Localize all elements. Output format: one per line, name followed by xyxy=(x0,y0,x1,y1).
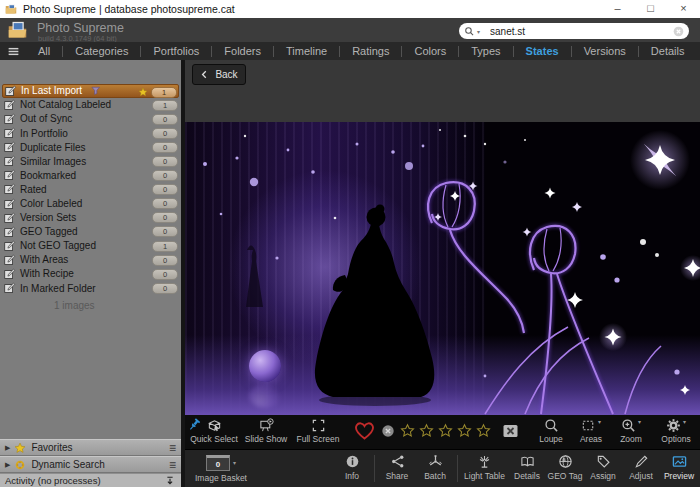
toolbar-button-slide-show[interactable]: Slide Show xyxy=(241,418,291,444)
filter-row-geo-tagged[interactable]: GEO Tagged0 xyxy=(2,225,179,239)
tab-states[interactable]: States xyxy=(514,42,571,60)
tab-ratings[interactable]: Ratings xyxy=(340,42,401,60)
filter-label: In Portfolio xyxy=(20,128,68,139)
filter-count-badge: 0 xyxy=(152,198,178,209)
hamburger-icon[interactable] xyxy=(0,45,26,58)
panel-menu-icon[interactable]: ≡ xyxy=(169,443,176,453)
edit-icon[interactable] xyxy=(5,85,17,97)
dropdown-caret-icon[interactable]: ▾ xyxy=(638,418,641,426)
bottom-bar-button-adjust[interactable]: Adjust xyxy=(622,454,660,481)
bottom-bar-button-light-table[interactable]: Light Table xyxy=(461,454,508,481)
filter-row-not-geo-tagged[interactable]: Not GEO Tagged1 xyxy=(2,239,179,253)
dropdown-caret-icon[interactable]: ▾ xyxy=(598,418,601,426)
dismiss-rating-icon[interactable] xyxy=(502,423,519,439)
filter-row-in-last-import[interactable]: In Last Import1 xyxy=(2,84,179,98)
filter-row-out-of-sync[interactable]: Out of Sync0 xyxy=(2,112,179,126)
bottom-bar-button-info[interactable]: Info xyxy=(333,454,371,481)
bottom-bar-separator xyxy=(457,455,458,482)
toolbar-button-loupe[interactable]: Loupe xyxy=(534,418,568,444)
tab-colors[interactable]: Colors xyxy=(402,42,458,60)
tab-types[interactable]: Types xyxy=(459,42,512,60)
clear-rating-icon[interactable] xyxy=(381,424,395,438)
filter-count-badge: 1 xyxy=(152,100,178,111)
edit-icon[interactable] xyxy=(4,113,16,125)
filter-row-with-recipe[interactable]: With Recipe0 xyxy=(2,267,179,281)
edit-icon[interactable] xyxy=(4,169,16,181)
heart-icon[interactable] xyxy=(353,419,376,442)
bottom-bar-button-geo-tag[interactable]: GEO Tag xyxy=(546,454,584,481)
tab-details[interactable]: Details xyxy=(639,42,697,60)
tab-portfolios[interactable]: Portfolios xyxy=(141,42,211,60)
filter-row-with-areas[interactable]: With Areas0 xyxy=(2,253,179,267)
edit-icon[interactable] xyxy=(4,198,16,210)
toolbar-button-full-screen[interactable]: Full Screen xyxy=(293,418,343,444)
search-input[interactable] xyxy=(488,25,673,38)
tab-timeline[interactable]: Timeline xyxy=(274,42,339,60)
bottom-bar-button-share[interactable]: Share xyxy=(378,454,416,481)
filter-row-in-marked-folder[interactable]: In Marked Folder0 xyxy=(2,281,179,295)
tab-categories[interactable]: Categories xyxy=(63,42,140,60)
edit-icon[interactable] xyxy=(4,226,16,238)
filter-row-rated[interactable]: Rated0 xyxy=(2,183,179,197)
expand-arrow-icon[interactable]: ▶ xyxy=(5,461,10,469)
bottom-bar-button-label: Batch xyxy=(424,471,446,481)
main-panel: Back xyxy=(185,60,700,487)
toolbar-button-options[interactable]: ▾Options xyxy=(654,418,698,444)
rating-star-icon[interactable] xyxy=(476,423,491,438)
filter-row-bookmarked[interactable]: Bookmarked0 xyxy=(2,169,179,183)
edit-icon[interactable] xyxy=(4,268,16,280)
bottom-bar-button-details[interactable]: Details xyxy=(508,454,546,481)
bottom-bar-button-assign[interactable]: Assign xyxy=(584,454,622,481)
maximize-button[interactable]: □ xyxy=(634,0,667,18)
edit-icon[interactable] xyxy=(4,99,16,111)
edit-icon[interactable] xyxy=(4,212,16,224)
edit-icon[interactable] xyxy=(4,155,16,167)
edit-icon[interactable] xyxy=(4,183,16,195)
back-button[interactable]: Back xyxy=(192,64,246,85)
bottom-bar-button-label: GEO Tag xyxy=(548,471,583,481)
app-name: Photo Supreme xyxy=(37,21,124,35)
toolbar-button-zoom[interactable]: ▾Zoom xyxy=(614,418,648,444)
activity-download-icon[interactable] xyxy=(164,475,176,487)
bottom-bar-button-preview[interactable]: Preview xyxy=(660,454,698,481)
search-clear-icon[interactable] xyxy=(673,26,684,37)
edit-icon[interactable] xyxy=(4,254,16,266)
tab-versions[interactable]: Versions xyxy=(572,42,638,60)
filter-row-color-labeled[interactable]: Color Labeled0 xyxy=(2,197,179,211)
edit-icon[interactable] xyxy=(4,282,16,294)
edit-icon[interactable] xyxy=(4,240,16,252)
tab-folders[interactable]: Folders xyxy=(212,42,273,60)
image-basket-button[interactable]: 0 ▾ Image Basket xyxy=(195,455,247,483)
filter-funnel-icon[interactable] xyxy=(91,86,101,96)
expand-arrow-icon[interactable]: ▶ xyxy=(5,444,10,452)
toolbar-button-quick-select[interactable]: Quick Select xyxy=(189,418,239,444)
filter-row-version-sets[interactable]: Version Sets0 xyxy=(2,211,179,225)
search-scope-caret-icon[interactable]: ▾ xyxy=(477,28,480,35)
dropdown-caret-icon[interactable]: ▾ xyxy=(683,418,686,426)
filter-row-duplicate-files[interactable]: Duplicate Files0 xyxy=(2,140,179,154)
rating-star-icon[interactable] xyxy=(419,423,434,438)
search-box[interactable]: ▾ xyxy=(459,23,689,39)
tab-all[interactable]: All xyxy=(26,42,62,60)
panel-favorites[interactable]: ▶Favorites≡ xyxy=(0,439,181,456)
close-button[interactable]: × xyxy=(667,0,700,18)
filter-label: Out of Sync xyxy=(20,113,72,124)
favorite-star-icon xyxy=(138,87,148,97)
basket-caret-icon[interactable]: ▾ xyxy=(233,459,236,467)
rating-star-icon[interactable] xyxy=(400,423,415,438)
activity-bar[interactable]: Activity (no processes) xyxy=(0,473,181,487)
rating-star-icon[interactable] xyxy=(457,423,472,438)
panel-dynamic-search[interactable]: ▶Dynamic Search≡ xyxy=(0,456,181,473)
filter-row-in-portfolio[interactable]: In Portfolio0 xyxy=(2,126,179,140)
minimize-button[interactable]: – xyxy=(601,0,634,18)
filter-row-not-catalog-labeled[interactable]: Not Catalog Labeled1 xyxy=(2,98,179,112)
filter-count-badge: 0 xyxy=(152,156,178,167)
edit-icon[interactable] xyxy=(4,141,16,153)
filter-row-similar-images[interactable]: Similar Images0 xyxy=(2,154,179,168)
search-icon[interactable] xyxy=(464,26,475,37)
edit-icon[interactable] xyxy=(4,127,16,139)
panel-menu-icon[interactable]: ≡ xyxy=(169,460,176,470)
toolbar-button-areas[interactable]: ▾Areas xyxy=(574,418,608,444)
bottom-bar-button-batch[interactable]: Batch xyxy=(416,454,454,481)
rating-star-icon[interactable] xyxy=(438,423,453,438)
